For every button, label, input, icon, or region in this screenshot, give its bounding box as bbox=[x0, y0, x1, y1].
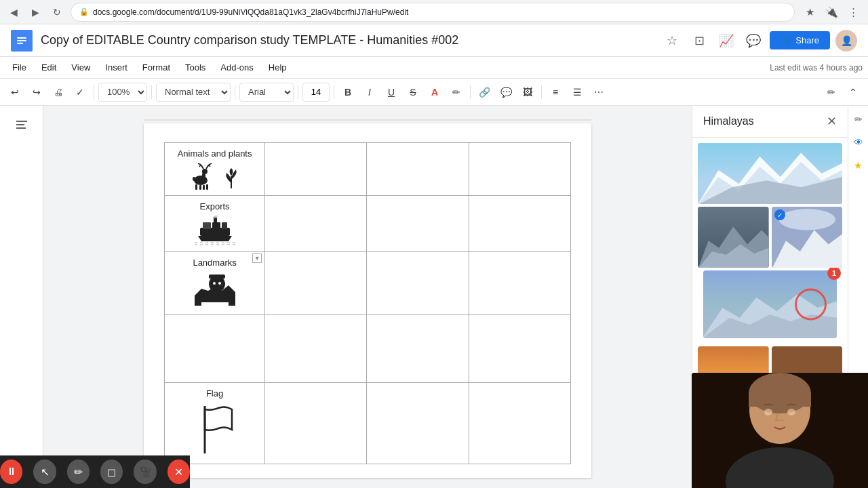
category-cell-empty[interactable] bbox=[165, 315, 265, 383]
preview-badge: 1 bbox=[827, 266, 841, 280]
print-button[interactable]: 🖨 bbox=[49, 83, 68, 102]
data-cell-landmarks-1[interactable] bbox=[265, 252, 367, 315]
zoom-select[interactable]: 100% bbox=[98, 83, 147, 102]
data-cell-animals-1[interactable] bbox=[265, 143, 367, 196]
data-cell-landmarks-2[interactable] bbox=[367, 252, 469, 315]
data-cell-exports-1[interactable] bbox=[265, 196, 367, 252]
separator-2 bbox=[151, 85, 152, 99]
data-cell-animals-3[interactable] bbox=[469, 143, 570, 196]
undo-button[interactable]: ↩ bbox=[5, 83, 24, 102]
highlight-button[interactable]: ✏ bbox=[447, 83, 466, 102]
redo-button[interactable]: ↪ bbox=[27, 83, 46, 102]
resize-handle[interactable]: ▼ bbox=[252, 253, 262, 263]
document-title[interactable]: Copy of EDITABLE Country comparison stud… bbox=[41, 33, 653, 47]
share-button[interactable]: 👤 Share bbox=[770, 31, 830, 49]
right-panel-title: Himalayas bbox=[703, 115, 754, 127]
forward-button[interactable]: ▶ bbox=[27, 4, 43, 20]
font-select[interactable]: Arial bbox=[239, 83, 294, 102]
textcolor-button[interactable]: A bbox=[425, 83, 444, 102]
lock-icon: 🔒 bbox=[79, 7, 89, 16]
data-cell-empty-1[interactable] bbox=[265, 315, 367, 383]
data-cell-flag-3[interactable] bbox=[469, 383, 570, 464]
category-cell-animals: Animals and plants bbox=[165, 143, 265, 196]
style-select[interactable]: Normal text bbox=[156, 83, 231, 102]
close-panel-button[interactable]: ✕ bbox=[827, 114, 837, 129]
italic-button[interactable]: I bbox=[360, 83, 379, 102]
title-bar: Copy of EDITABLE Country comparison stud… bbox=[0, 24, 868, 57]
data-cell-exports-2[interactable] bbox=[367, 196, 469, 252]
star-button[interactable]: ☆ bbox=[661, 30, 683, 52]
right-panel-header: Himalayas ✕ bbox=[692, 106, 848, 138]
exports-icon bbox=[170, 216, 259, 246]
pen-mode-button[interactable]: ✏ bbox=[67, 460, 90, 484]
menu-view[interactable]: View bbox=[64, 60, 97, 75]
svg-rect-2 bbox=[17, 40, 26, 41]
address-bar[interactable]: 🔒 docs.google.com/document/d/1U9-99uNiVi… bbox=[71, 3, 795, 22]
spellcheck-button[interactable]: ✓ bbox=[71, 83, 90, 102]
image-thumb-row-2: ✓ bbox=[698, 207, 842, 268]
image-button[interactable]: 🖼 bbox=[518, 83, 537, 102]
svg-rect-5 bbox=[16, 124, 24, 125]
data-cell-exports-3[interactable] bbox=[469, 196, 570, 252]
menu-insert[interactable]: Insert bbox=[98, 60, 134, 75]
landmarks-title: Landmarks bbox=[170, 258, 259, 268]
image-thumb-3[interactable]: ✓ bbox=[772, 207, 843, 268]
comments-button[interactable]: 💬 bbox=[743, 30, 764, 52]
data-cell-landmarks-3[interactable] bbox=[469, 252, 570, 315]
outline-button[interactable] bbox=[8, 111, 35, 138]
menu-edit[interactable]: Edit bbox=[35, 60, 63, 75]
menu-button[interactable]: ⋮ bbox=[844, 3, 863, 22]
data-cell-flag-1[interactable] bbox=[265, 383, 367, 464]
comment-button[interactable]: 💬 bbox=[496, 83, 515, 102]
activity-button[interactable]: 📈 bbox=[715, 30, 737, 52]
star-strip-button[interactable]: ★ bbox=[850, 157, 867, 174]
svg-point-87 bbox=[787, 409, 795, 415]
cursor-mode-button[interactable]: ↖ bbox=[33, 460, 56, 484]
more-button[interactable]: ⋯ bbox=[589, 83, 608, 102]
document-area[interactable]: 1 2 3 4 5 6 7 8 9 bbox=[43, 106, 692, 488]
mountain-image-1 bbox=[698, 143, 842, 204]
check-badge: ✓ bbox=[774, 209, 785, 220]
data-cell-flag-2[interactable] bbox=[367, 383, 469, 464]
reload-button[interactable]: ↻ bbox=[49, 4, 65, 20]
move-to-drive-button[interactable]: ⊡ bbox=[688, 30, 710, 52]
menu-addons[interactable]: Add-ons bbox=[214, 60, 260, 75]
back-button[interactable]: ◀ bbox=[5, 4, 22, 20]
browser-bar: ◀ ▶ ↻ 🔒 docs.google.com/document/d/1U9-9… bbox=[0, 0, 868, 24]
font-size-input[interactable]: 14 bbox=[302, 83, 330, 102]
menu-bar: File Edit View Insert Format Tools Add-o… bbox=[0, 57, 868, 79]
image-thumb-1[interactable] bbox=[698, 143, 842, 204]
data-cell-empty-2[interactable] bbox=[367, 315, 469, 383]
svg-rect-38 bbox=[206, 184, 208, 190]
menu-help[interactable]: Help bbox=[262, 60, 294, 75]
underline-button[interactable]: U bbox=[382, 83, 401, 102]
edit-mode-button[interactable]: ✏ bbox=[822, 83, 841, 102]
collapse-button[interactable]: ⌃ bbox=[844, 83, 863, 102]
user-avatar[interactable]: 👤 bbox=[835, 30, 857, 52]
large-preview[interactable]: 1 bbox=[703, 270, 837, 338]
review-strip-button[interactable]: 👁 bbox=[850, 134, 867, 150]
stop-button[interactable]: ✕ bbox=[167, 460, 190, 484]
format-strip-button[interactable]: ✏ bbox=[850, 111, 867, 127]
svg-rect-4 bbox=[16, 121, 27, 122]
strikethrough-button[interactable]: S bbox=[403, 83, 422, 102]
separator-7 bbox=[541, 85, 542, 99]
menu-tools[interactable]: Tools bbox=[178, 60, 212, 75]
bookmark-button[interactable]: ★ bbox=[800, 3, 819, 22]
camera-mode-button[interactable]: 🎥 bbox=[134, 460, 156, 484]
link-button[interactable]: 🔗 bbox=[475, 83, 494, 102]
bold-button[interactable]: B bbox=[338, 83, 357, 102]
list-button[interactable]: ☰ bbox=[568, 83, 587, 102]
extensions-button[interactable]: 🔌 bbox=[822, 3, 841, 22]
webcam-overlay bbox=[692, 373, 868, 488]
data-cell-animals-2[interactable] bbox=[367, 143, 469, 196]
menu-format[interactable]: Format bbox=[136, 60, 177, 75]
eraser-mode-button[interactable]: ◻ bbox=[100, 460, 123, 484]
image-thumb-2[interactable] bbox=[698, 207, 769, 268]
table-row: Flag bbox=[165, 383, 571, 464]
menu-file[interactable]: File bbox=[5, 60, 33, 75]
docs-app-icon bbox=[11, 30, 33, 52]
data-cell-empty-3[interactable] bbox=[469, 315, 570, 383]
pause-button[interactable]: ⏸ bbox=[0, 460, 22, 484]
align-button[interactable]: ≡ bbox=[546, 83, 565, 102]
